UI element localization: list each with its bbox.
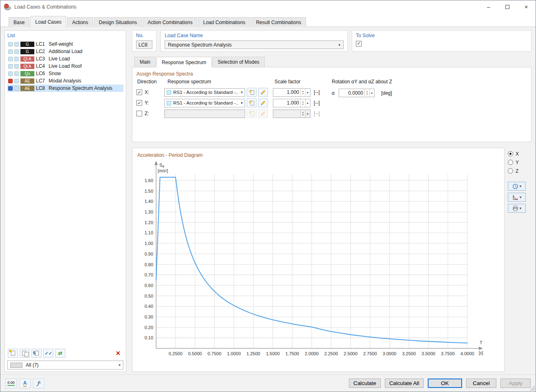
edit-spectrum-button-x[interactable] [258, 88, 268, 97]
spectrum-color-swatch [167, 90, 171, 95]
ok-button[interactable]: OK [428, 379, 462, 388]
subtab-response-spectrum[interactable]: Response Spectrum [156, 57, 212, 67]
radio-label: Z [516, 168, 518, 174]
new-load-case-button[interactable]: ★ [8, 349, 18, 358]
tab-actions[interactable]: Actions [67, 17, 93, 27]
load-case-marker2-icon [14, 57, 19, 61]
acceleration-period-chart: 0.100.200.300.400.500.600.700.800.901.00… [137, 160, 499, 368]
direction-radio-y[interactable]: Y [508, 158, 532, 167]
parameter-arrow-icon[interactable]: ▸ [305, 110, 310, 118]
sub-tab-bar: MainResponse SpectrumSelection of Modes [132, 56, 532, 67]
load-case-row-lc4[interactable]: Qi ALC4Live Load Roof [7, 62, 123, 70]
main-tab-bar: BaseLoad CasesActionsDesign SituationsAc… [0, 13, 536, 27]
svg-text:1.50: 1.50 [145, 188, 153, 193]
parameter-arrow-icon[interactable]: ▸ [305, 89, 310, 96]
tab-base[interactable]: Base [9, 17, 29, 27]
cancel-button[interactable]: Cancel [466, 379, 496, 388]
acceleration-period-panel: Acceleration - Period Diagram 0.100.200.… [132, 148, 505, 372]
chart-controls: XYZ ▾ ▾ ▾ [508, 148, 532, 372]
load-case-row-lc3[interactable]: Qi ALC3Live Load [7, 55, 123, 62]
apply-button[interactable]: Apply [500, 379, 531, 388]
maximize-button[interactable] [498, 0, 517, 13]
svg-text:2.0000: 2.0000 [305, 351, 319, 356]
rotation-angle-spinner[interactable]: 0.0000 ▲▼ ▸ [339, 89, 375, 97]
spinner-arrows-icon[interactable]: ▲▼ [300, 110, 305, 118]
load-case-name: Live Load [49, 56, 70, 62]
toggle-solve-button[interactable]: ⇄ [55, 349, 65, 358]
spectrum-combobox-x[interactable]: RS1 - According to Standard -...▾ [164, 88, 245, 97]
new-spectrum-button-y[interactable] [247, 98, 257, 107]
spinner-arrows-icon[interactable]: ▲▼ [364, 89, 369, 97]
time-settings-button[interactable]: ▾ [508, 182, 526, 191]
load-case-row-lc7[interactable]: AELC7Modal Analysis [7, 77, 123, 85]
delete-load-case-button[interactable]: × [113, 349, 123, 358]
subtab-main[interactable]: Main [134, 57, 156, 67]
svg-text:2.7500: 2.7500 [363, 351, 377, 356]
parameter-arrow-icon[interactable]: ▸ [305, 99, 310, 107]
diagram-display-button[interactable]: ▾ [508, 193, 526, 202]
tab-load-combinations[interactable]: Load Combinations [198, 17, 250, 27]
spectrum-combobox-y[interactable]: RS1 - According to Standard -...▾ [164, 99, 245, 107]
parameter-arrow-icon[interactable]: ▸ [369, 89, 374, 97]
renumber-load-cases-button[interactable]: ⇅ [31, 349, 42, 358]
load-case-detail-panel: No. LC8 Load Case Name Response Spectrum… [132, 30, 532, 372]
close-button[interactable]: × [517, 0, 536, 13]
svg-text:Sa: Sa [159, 163, 164, 168]
load-case-list-panel: List GLC1Self-weightGLC2Additional LoadQ… [4, 30, 126, 372]
direction-radio-z[interactable]: Z [508, 167, 532, 175]
load-case-marker-icon [8, 79, 13, 83]
scale-factor-spinner-x[interactable]: 1.000▲▼▸ [273, 88, 310, 97]
direction-x-checkbox[interactable]: ✓ [136, 89, 142, 95]
list-filter-dropdown[interactable]: All (7) ▾ [7, 361, 123, 370]
new-spectrum-button-x[interactable] [247, 88, 257, 97]
load-case-row-lc6[interactable]: QsLC6Snow [7, 70, 123, 77]
chevron-down-icon: ▾ [241, 101, 243, 105]
load-case-row-lc8[interactable]: AELC8Response Spectrum Analysis [7, 85, 123, 92]
scale-factor-spinner-y[interactable]: 1.000▲▼▸ [273, 99, 310, 107]
scale-factor-unit: [--] [314, 89, 320, 95]
to-solve-label: To Solve [356, 33, 527, 38]
check-all-button[interactable]: ✓✓ [43, 349, 54, 358]
print-button[interactable]: ▾ [508, 204, 526, 213]
radio-icon [508, 160, 513, 165]
formula-button[interactable]: ƒ≡ [33, 379, 45, 388]
spinner-arrows-icon[interactable]: ▲▼ [300, 99, 305, 107]
load-case-row-lc2[interactable]: GLC2Additional Load [7, 48, 123, 55]
load-case-id: LC2 [36, 49, 47, 54]
subtab-selection-of-modes[interactable]: Selection of Modes [212, 57, 265, 67]
direction-z-checkbox[interactable] [136, 111, 142, 116]
spinner-arrows-icon[interactable]: ▲▼ [300, 89, 305, 96]
tab-design-situations[interactable]: Design Situations [94, 17, 142, 27]
load-case-marker-icon [8, 71, 13, 76]
edit-spectrum-button-y[interactable] [258, 98, 268, 107]
chart-title: Acceleration - Period Diagram [137, 152, 499, 158]
calculate-all-button[interactable]: Calculate All [385, 379, 424, 388]
assign-body: Direction Response spectrum Scale factor… [136, 79, 527, 119]
load-case-name-value: Response Spectrum Analysis [168, 42, 232, 48]
direction-radio-x[interactable]: X [508, 149, 532, 158]
radio-icon [508, 168, 513, 174]
units-button[interactable]: A [19, 379, 31, 388]
svg-text:1.00: 1.00 [145, 241, 153, 246]
resize-grip[interactable] [529, 385, 535, 391]
load-case-row-lc1[interactable]: GLC1Self-weight [7, 40, 123, 48]
svg-text:1.7500: 1.7500 [286, 351, 299, 356]
direction-y-checkbox[interactable]: ✓ [136, 100, 142, 106]
tab-action-combinations[interactable]: Action Combinations [143, 17, 197, 27]
load-case-name-combobox[interactable]: Response Spectrum Analysis ▾ [165, 40, 344, 49]
minimize-icon: – [487, 4, 490, 10]
load-case-marker2-icon [14, 42, 19, 47]
rotation-angle-value: 0.0000 [339, 90, 364, 96]
direction-z-label: Z: [145, 111, 164, 116]
copy-load-case-button[interactable] [20, 349, 30, 358]
minimize-button[interactable]: – [479, 0, 498, 13]
name-label: Load Case Name [165, 33, 344, 38]
dialog-content: List GLC1Self-weightGLC2Additional LoadQ… [0, 27, 536, 374]
number-label: No. [136, 33, 152, 38]
scale-factor-value: 1.000 [273, 100, 300, 106]
tab-load-cases[interactable]: Load Cases [30, 16, 66, 27]
tab-result-combinations[interactable]: Result Combinations [251, 17, 306, 27]
decimal-places-button[interactable]: 0.00 [5, 379, 17, 388]
to-solve-checkbox[interactable]: ✓ [356, 41, 362, 47]
calculate-button[interactable]: Calculate [349, 379, 381, 388]
